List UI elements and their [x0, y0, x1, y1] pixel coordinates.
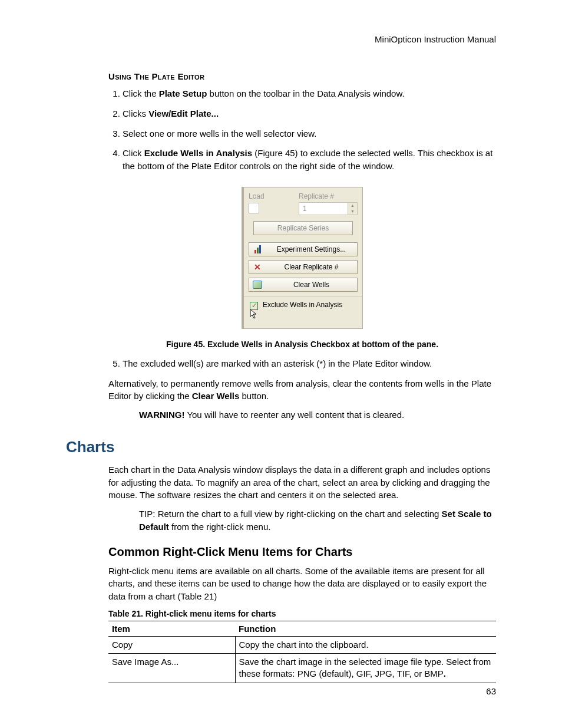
charts-heading: Charts — [66, 438, 496, 456]
charts-content: Each chart in the Data Analysis window d… — [66, 463, 496, 683]
step-1: Click the Plate Setup button on the tool… — [123, 87, 496, 100]
table-row: Copy Copy the chart into the clipboard. — [108, 636, 496, 653]
right-click-intro: Right-click menu items are available on … — [108, 565, 496, 603]
plate-editor-panel: Load Replicate # 1 ▲ ▼ — [242, 187, 363, 329]
cursor-icon — [250, 309, 258, 319]
clear-wells-button[interactable]: Clear Wells — [249, 278, 358, 292]
replicate-label: Replicate # — [299, 192, 358, 200]
chevron-up-icon[interactable]: ▲ — [348, 203, 357, 209]
table-21: Item Function Copy Copy the chart into t… — [108, 621, 496, 683]
exclude-label: Exclude Wells in Analysis — [263, 301, 342, 309]
replicate-series-button[interactable]: Replicate Series — [253, 221, 353, 235]
table-21-caption: Table 21. Right-click menu items for cha… — [108, 609, 496, 618]
figure-45-caption: Figure 45. Exclude Wells in Analysis Che… — [108, 340, 496, 349]
page-number: 63 — [486, 686, 496, 696]
spinner-arrows[interactable]: ▲ ▼ — [348, 203, 357, 215]
replicate-group: Replicate # 1 ▲ ▼ — [299, 192, 358, 215]
page: MiniOpticon Instruction Manual Using The… — [0, 0, 562, 728]
section-using-plate-editor: Using The Plate Editor — [108, 71, 496, 81]
clear-replicate-button[interactable]: ✕ Clear Replicate # — [249, 260, 358, 274]
load-group: Load — [249, 192, 265, 215]
col-function: Function — [235, 621, 496, 636]
step-3: Select one or more wells in the well sel… — [123, 127, 496, 140]
chevron-down-icon[interactable]: ▼ — [348, 209, 357, 215]
plate-editor-steps-cont: The excluded well(s) are marked with an … — [108, 357, 496, 370]
charts-tip: TIP: Return the chart to a full view by … — [108, 508, 496, 533]
bar-chart-icon — [252, 243, 263, 255]
exclude-wells-row[interactable]: ✓ Exclude Wells in Analysis — [244, 297, 362, 328]
clear-replicate-icon: ✕ — [252, 261, 263, 273]
tool-button-list: Experiment Settings... ✕ Clear Replicate… — [244, 240, 362, 297]
charts-intro: Each chart in the Data Analysis window d… — [108, 463, 496, 502]
figure-45: Load Replicate # 1 ▲ ▼ — [108, 187, 496, 329]
body-content: Using The Plate Editor Click the Plate S… — [66, 71, 496, 421]
table-row: Save Image As... Save the chart image in… — [108, 654, 496, 683]
col-item: Item — [108, 621, 235, 636]
step-5: The excluded well(s) are marked with an … — [123, 357, 496, 370]
plate-editor-steps: Click the Plate Setup button on the tool… — [108, 87, 496, 173]
experiment-settings-button[interactable]: Experiment Settings... — [249, 242, 358, 256]
step-4: Click Exclude Wells in Analysis (Figure … — [123, 147, 496, 173]
alternative-paragraph: Alternatively, to permanently remove wel… — [108, 377, 496, 403]
replicate-spinner[interactable]: 1 ▲ ▼ — [299, 202, 358, 215]
load-label: Load — [249, 192, 265, 200]
replicate-value: 1 — [299, 203, 348, 215]
clear-wells-icon — [252, 279, 263, 291]
running-header: MiniOpticon Instruction Manual — [66, 34, 496, 44]
warning-paragraph: WARNING! You will have to reenter any we… — [108, 409, 496, 421]
step-2: Clicks View/Edit Plate... — [123, 107, 496, 120]
table-head-row: Item Function — [108, 621, 496, 636]
load-checkbox[interactable] — [249, 203, 259, 213]
right-click-heading: Common Right-Click Menu Items for Charts — [108, 545, 496, 559]
